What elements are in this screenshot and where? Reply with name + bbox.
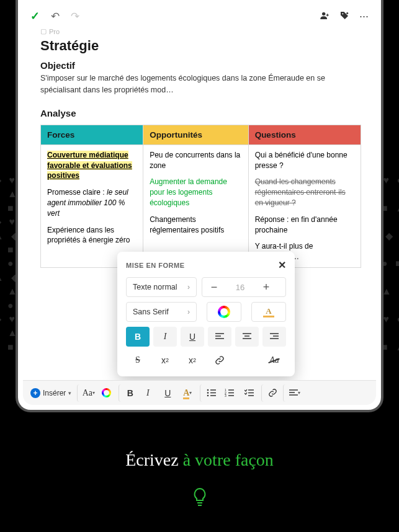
objective-body[interactable]: S'imposer sur le marché des logements éc…: [40, 73, 361, 97]
strikethrough-button[interactable]: S: [126, 350, 150, 370]
format-tools: B I U S x2 x2 Aa: [126, 327, 286, 370]
color-ring-icon: [102, 388, 111, 397]
link-button[interactable]: [208, 350, 231, 370]
text-style-button[interactable]: Aa▾: [77, 384, 96, 402]
link-button[interactable]: [261, 384, 280, 402]
document: ▢ Pro Stratégie Objectif S'imposer sur l…: [23, 27, 376, 268]
highlight-a-icon: A: [263, 306, 274, 317]
format-popover: MISE EN FORME ✕ Texte normal › − 16 + Sa…: [117, 252, 295, 376]
screen: ✓ ↶ ↷ ⋯ ▢ Pro Stratégie Objectif S'impos…: [23, 5, 376, 405]
top-toolbar: ✓ ↶ ↷ ⋯: [23, 5, 376, 27]
align-left-button[interactable]: [208, 327, 231, 347]
superscript-button[interactable]: x2: [153, 350, 177, 370]
align-right-button[interactable]: [262, 327, 286, 347]
insert-button[interactable]: + Insérer▾: [28, 388, 74, 398]
chevron-right-icon: ›: [187, 308, 190, 316]
add-person-icon[interactable]: [320, 11, 330, 22]
confirm-icon[interactable]: ✓: [30, 9, 40, 23]
italic-button[interactable]: I: [153, 327, 177, 347]
checklist-button[interactable]: [240, 384, 258, 402]
cell-questions[interactable]: Qui a bénéficié d'une bonne presse ? Qua…: [248, 144, 361, 267]
increase-size-button[interactable]: +: [254, 278, 278, 296]
font-family-select[interactable]: Sans Serif ›: [126, 302, 197, 322]
subscript-button[interactable]: x2: [181, 350, 204, 370]
svg-point-0: [322, 12, 325, 15]
underline-button[interactable]: U: [181, 327, 204, 347]
svg-text:3: 3: [225, 394, 226, 397]
th-questions[interactable]: Questions: [248, 125, 361, 144]
close-icon[interactable]: ✕: [278, 259, 287, 271]
bold-button[interactable]: B: [126, 327, 150, 347]
breadcrumb[interactable]: ▢ Pro: [40, 27, 361, 35]
chevron-right-icon: ›: [187, 283, 190, 291]
heading-analysis[interactable]: Analyse: [40, 108, 361, 118]
editor-toolbar: + Insérer▾ Aa▾ B I U A▾ 123 ▾: [23, 380, 376, 405]
more-icon[interactable]: ⋯: [359, 11, 369, 22]
undo-icon[interactable]: ↶: [51, 10, 60, 23]
text-style-select[interactable]: Texte normal ›: [126, 277, 197, 297]
popover-title: MISE EN FORME: [126, 262, 185, 269]
font-size-value: 16: [226, 283, 254, 292]
add-tag-icon[interactable]: [339, 11, 349, 22]
svg-point-2: [207, 389, 209, 391]
color-ring-icon: [218, 306, 230, 318]
svg-point-1: [342, 13, 343, 14]
plus-icon: +: [30, 388, 40, 398]
text-color-button[interactable]: [97, 384, 115, 402]
redo-icon[interactable]: ↷: [71, 10, 79, 23]
svg-point-4: [207, 395, 209, 397]
alignment-button[interactable]: ▾: [283, 384, 302, 402]
lightbulb-icon: [192, 487, 208, 507]
numbered-list-button[interactable]: 123: [220, 384, 238, 402]
highlight-color-button[interactable]: A: [251, 302, 286, 322]
clear-format-button[interactable]: Aa: [262, 350, 286, 370]
highlight-button[interactable]: A▾: [178, 384, 197, 402]
notebook-icon: ▢: [40, 27, 47, 35]
cell-forces[interactable]: Couverture médiatique favorable et évalu…: [41, 144, 143, 267]
bullet-list-button[interactable]: [200, 384, 218, 402]
th-forces[interactable]: Forces: [41, 125, 143, 144]
th-opportunities[interactable]: Opportunités: [143, 125, 248, 144]
decrease-size-button[interactable]: −: [202, 278, 226, 296]
underline-button[interactable]: U: [158, 384, 177, 402]
svg-point-3: [207, 392, 209, 394]
highlighted-text: Couverture médiatique favorable et évalu…: [47, 151, 132, 180]
cell-opportunities[interactable]: Peu de concurrents dans la zone Augmente…: [143, 144, 248, 267]
page-title[interactable]: Stratégie: [40, 38, 361, 54]
text-color-button[interactable]: [207, 302, 241, 322]
highlight-a-icon: A: [183, 388, 189, 398]
breadcrumb-text: Pro: [49, 28, 60, 35]
analysis-table[interactable]: Forces Opportunités Questions Couverture…: [40, 125, 361, 268]
bold-button[interactable]: B: [119, 384, 137, 402]
heading-objective[interactable]: Objectif: [40, 60, 361, 71]
italic-button[interactable]: I: [138, 384, 157, 402]
align-center-button[interactable]: [235, 327, 259, 347]
font-size-stepper: − 16 +: [202, 277, 286, 297]
hero-tagline: Écrivez à votre façon: [0, 450, 399, 470]
tablet-frame: ✓ ↶ ↷ ⋯ ▢ Pro Stratégie Objectif S'impos…: [16, 0, 383, 412]
